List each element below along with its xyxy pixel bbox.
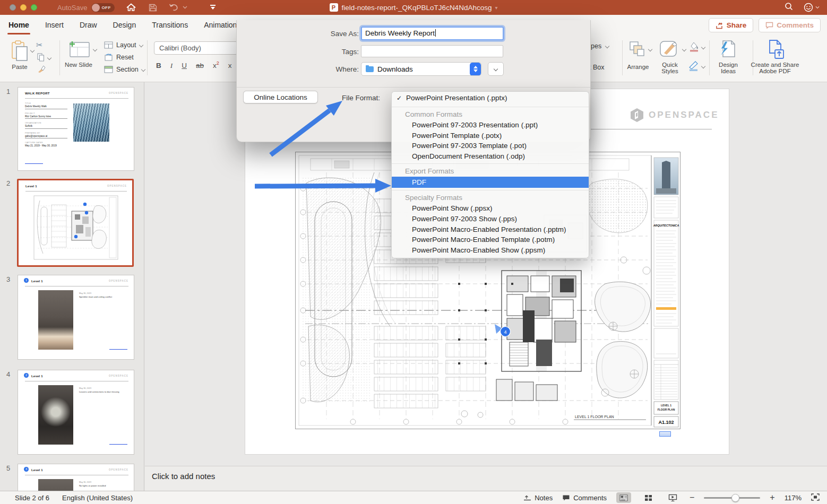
slide-2-thumbnail[interactable]: Level 1 OPENSPACE [17,179,134,267]
slide-sorter-view-button[interactable] [641,492,656,503]
cut-icon[interactable]: ✂ [36,40,43,50]
shape-fill-chevron-icon[interactable] [701,45,705,49]
menu-item-odp[interactable]: OpenDocument Presentation (.odp) [392,151,589,162]
share-button[interactable]: Share [709,18,754,32]
quick-styles-chevron-icon[interactable] [682,47,686,51]
slide-3-thumbnail[interactable]: 1 Level 1 OPENSPACE May 30, 2019 Sprinkl… [18,275,134,360]
notes-panel[interactable]: Click to add notes [145,466,827,491]
window-minimize-button[interactable] [20,4,27,11]
tab-transitions[interactable]: Transitions [152,21,188,30]
autosave-knob [92,4,100,12]
layout-button[interactable]: Layout [104,41,143,49]
menu-item-ppsx[interactable]: PowerPoint Show (.ppsx) [392,203,589,214]
bold-button[interactable]: B [156,62,161,69]
language-status[interactable]: English (United States) [62,494,133,502]
account-icon[interactable] [804,3,820,12]
notes-toggle-button[interactable]: Notes [523,494,553,502]
menu-item-pot[interactable]: PowerPoint 97-2003 Template (.pot) [392,141,589,151]
shapes-button-partial[interactable]: pes [591,42,609,50]
menu-item-potm[interactable]: PowerPoint Macro-Enabled Template (.potm… [392,234,589,245]
expand-dialog-button[interactable] [488,62,504,76]
section-icon [104,66,113,73]
autosave-toggle[interactable]: OFF [91,3,115,12]
arrange-button[interactable] [628,40,645,59]
new-slide-chevron-icon[interactable] [93,47,97,51]
copy-icon[interactable] [37,53,45,64]
slideshow-view-button[interactable] [665,492,680,503]
strikethrough-button[interactable]: ab [196,62,204,69]
zoom-slider-knob[interactable] [731,494,739,502]
menu-item-potx[interactable]: PowerPoint Template (.potx) [392,131,589,141]
slide-4-thumbnail[interactable]: 2 Level 1 OPENSPACE May 30, 2019 Louvers… [18,370,134,455]
menu-item-pptx[interactable]: ✓ PowerPoint Presentation (.pptx) [392,92,589,105]
title-chevron-icon[interactable]: ▾ [495,5,497,11]
toolbar-options-icon[interactable] [210,5,216,10]
format-painter-icon[interactable] [37,65,46,75]
tab-insert[interactable]: Insert [45,21,64,30]
zoom-in-button[interactable]: + [770,493,774,502]
shape-outline-button[interactable] [688,60,700,73]
title-bar: AutoSave OFF P field-notes-report-_QKqPB… [0,0,827,15]
menu-item-pps[interactable]: PowerPoint 97-2003 Show (.pps) [392,214,589,224]
textbox-button-partial[interactable]: t Box [589,64,605,71]
undo-chevron-icon[interactable] [183,6,187,9]
plan-selection-handle[interactable] [659,431,671,437]
new-slide-icon [66,40,90,58]
tab-home[interactable]: Home [8,21,29,30]
italic-button[interactable]: I [170,62,173,70]
shapes-chevron-icon [605,44,609,48]
annotation-arrow-pdf [252,178,398,195]
shape-fill-button[interactable] [688,41,700,54]
comments-button[interactable]: Comments [759,18,821,32]
design-ideas-button[interactable] [718,39,737,62]
fit-slide-button[interactable] [811,493,820,502]
slide-1-thumbnail[interactable]: WALK REPORT OPENSPACE TITLE Debris Weekl… [18,87,134,171]
mini-floor-plan [33,195,118,260]
arrange-label: Arrange [623,64,653,70]
home-icon[interactable] [126,3,136,12]
tags-label: Tags: [300,48,359,56]
window-zoom-button[interactable] [31,4,37,11]
slide-2-number: 2 [6,179,10,187]
save-icon[interactable] [149,4,157,12]
slide-5-thumbnail[interactable]: 3 Level 1 OPENSPACE May 30, 2019 No ligh… [18,464,134,491]
where-label: Where: [300,65,359,73]
zoom-out-button[interactable]: − [690,493,694,502]
zoom-level[interactable]: 117% [785,494,802,502]
tags-input[interactable] [361,45,503,57]
create-share-pdf-button[interactable] [766,39,785,62]
underline-button[interactable]: U [182,62,187,69]
window-close-button[interactable] [10,4,16,11]
openspace-logo-icon [630,108,644,123]
where-select[interactable]: Downloads [361,62,481,76]
tab-design[interactable]: Design [113,21,136,30]
zoom-slider[interactable] [704,497,760,499]
font-name-select[interactable]: Calibri (Body) [154,41,238,55]
shape-outline-chevron-icon[interactable] [701,64,705,68]
tab-draw[interactable]: Draw [80,21,97,30]
layout-chevron-icon [139,43,143,47]
paste-chevron-icon[interactable] [30,48,35,53]
quick-styles-button[interactable] [659,40,679,59]
menu-item-pdf[interactable]: PDF [392,177,589,188]
section-button[interactable]: Section [104,66,145,73]
reset-button[interactable]: Reset [104,54,134,61]
menu-item-ppt[interactable]: PowerPoint 97-2003 Presentation (.ppt) [392,120,589,131]
search-icon[interactable] [785,2,793,13]
new-slide-button[interactable] [66,40,90,60]
undo-icon[interactable] [169,4,179,12]
menu-item-pptm[interactable]: PowerPoint Macro-Enabled Presentation (.… [392,224,589,235]
tab-animations[interactable]: Animations [204,21,240,30]
save-as-input[interactable]: Debris Weekly Report [361,27,504,40]
arrange-chevron-icon[interactable] [648,47,652,51]
subscript-button[interactable]: x [228,62,232,69]
document-title[interactable]: field-notes-report-_QKqPBLoTJ6cN4NdAhcos… [342,4,492,12]
superscript-button[interactable]: x2 [213,60,219,69]
paste-label: Paste [7,64,32,70]
copy-chevron-icon[interactable] [47,56,51,60]
paste-button[interactable] [11,40,29,65]
comments-toggle-button[interactable]: Comments [562,494,607,502]
paste-icon [11,40,29,63]
normal-view-button[interactable] [616,492,631,503]
menu-item-ppsm[interactable]: PowerPoint Macro-Enabled Show (.ppsm) [392,245,589,256]
